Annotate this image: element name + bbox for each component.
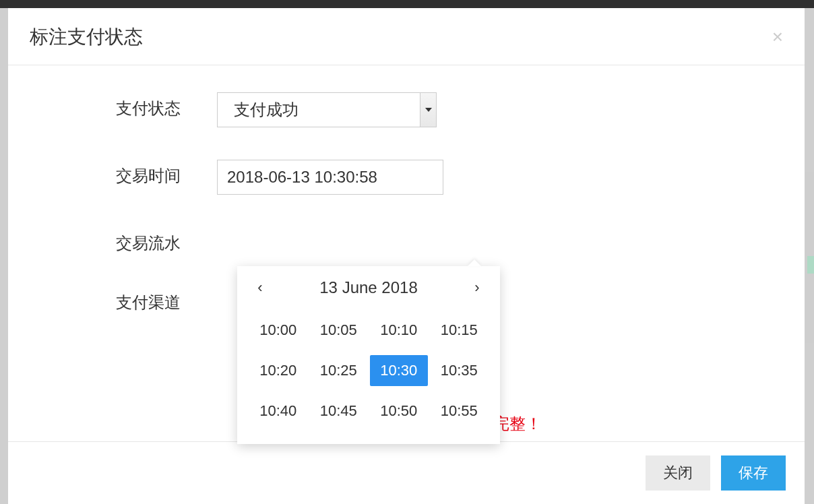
top-bar — [0, 0, 814, 8]
close-icon[interactable]: × — [772, 28, 783, 46]
time-option[interactable]: 10:45 — [310, 396, 368, 427]
time-option[interactable]: 10:10 — [370, 315, 428, 346]
datetime-picker: ‹ 13 June 2018 › 10:0010:0510:1010:1510:… — [237, 266, 500, 444]
datepicker-header: ‹ 13 June 2018 › — [237, 266, 500, 307]
label-transaction-serial: 交易流水 — [116, 227, 217, 254]
label-payment-status: 支付状态 — [116, 92, 217, 119]
time-option[interactable]: 10:40 — [249, 396, 307, 427]
select-payment-status[interactable]: 支付成功 — [217, 92, 437, 127]
datepicker-title[interactable]: 13 June 2018 — [319, 278, 417, 297]
side-green-tab — [807, 256, 814, 274]
modal-body: 支付状态 支付成功 交易时间 交易流水 支付渠道 ‹ 13 June 2018 … — [8, 65, 805, 441]
backdrop-left — [0, 8, 8, 504]
modal-title: 标注支付状态 — [30, 24, 143, 50]
select-value: 支付成功 — [234, 99, 299, 121]
modal-footer: 关闭 保存 — [8, 441, 805, 504]
time-option[interactable]: 10:25 — [310, 355, 368, 386]
row-payment-status: 支付状态 支付成功 — [8, 92, 805, 127]
time-option[interactable]: 10:30 — [370, 355, 428, 386]
time-option[interactable]: 10:00 — [249, 315, 307, 346]
row-transaction-serial: 交易流水 — [8, 227, 805, 254]
chevron-down-icon[interactable] — [420, 93, 436, 127]
modal-header: 标注支付状态 × — [8, 8, 805, 65]
time-option[interactable]: 10:50 — [370, 396, 428, 427]
label-transaction-time: 交易时间 — [116, 160, 217, 187]
save-button[interactable]: 保存 — [721, 455, 786, 491]
time-option[interactable]: 10:35 — [431, 355, 489, 386]
input-transaction-time[interactable] — [217, 160, 443, 195]
time-option[interactable]: 10:15 — [431, 315, 489, 346]
prev-icon[interactable]: ‹ — [252, 279, 268, 296]
time-grid: 10:0010:0510:1010:1510:2010:2510:3010:35… — [237, 307, 500, 444]
warning-text: 完整！ — [493, 413, 542, 435]
modal-dialog: 标注支付状态 × 支付状态 支付成功 交易时间 交易流水 支付渠道 ‹ 13 J… — [8, 8, 805, 504]
row-transaction-time: 交易时间 — [8, 160, 805, 195]
time-option[interactable]: 10:20 — [249, 355, 307, 386]
close-button[interactable]: 关闭 — [646, 455, 710, 491]
label-payment-channel: 支付渠道 — [116, 286, 217, 313]
next-icon[interactable]: › — [469, 279, 485, 296]
time-option[interactable]: 10:55 — [431, 396, 489, 427]
backdrop-right — [805, 8, 814, 504]
time-option[interactable]: 10:05 — [310, 315, 368, 346]
